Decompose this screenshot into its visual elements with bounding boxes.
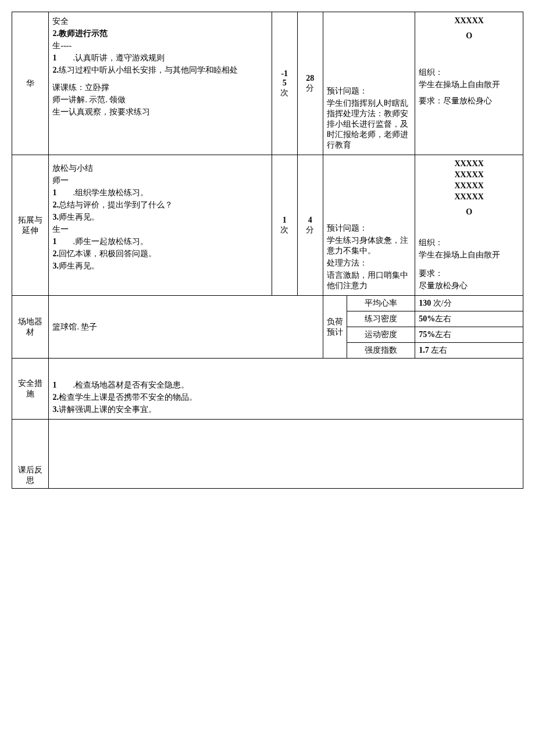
safety-content: 1 .检查场地器材是否有安全隐患。 2.检查学生上课是否携带不安全的物品。 3.… [49, 359, 523, 420]
text-line: 3.师生再见。 [52, 261, 268, 271]
minutes-value: 28 [301, 74, 319, 83]
text-line: 处理方法： [327, 258, 412, 268]
symbol-row: XXXXX [419, 181, 519, 191]
symbol-row: XXXXX [419, 16, 519, 26]
text-line: 预计问题： [327, 86, 412, 96]
text-line: 师一 [52, 175, 268, 186]
symbol-row: XXXXX [419, 192, 519, 202]
equipment-content: 篮球馆. 垫子 [49, 296, 323, 359]
section-label-safety: 安全措施 [12, 359, 49, 420]
organization-col: XXXXX XXXXX XXXXX XXXXX O 组织： 学生在操场上自由散开… [415, 155, 523, 296]
text-line: 学生在操场上自由散开 [419, 250, 519, 260]
text-line: 2.总结与评价，提出学到了什么？ [52, 200, 268, 210]
metric-label: 运动密度 [347, 327, 415, 343]
text-line: 师一讲解. 示范. 领做 [52, 95, 268, 105]
text-line: 要求： [419, 268, 519, 279]
metric-label: 平均心率 [347, 296, 415, 311]
minutes-col: 28 分 [297, 12, 323, 155]
text-line: 3.讲解强调上课的安全事宜。 [52, 404, 519, 415]
section-reflection: 课后反思 [12, 420, 523, 489]
section-safety: 安全措施 1 .检查场地器材是否有安全隐患。 2.检查学生上课是否携带不安全的物… [12, 359, 523, 420]
text-line: 学生们指挥别人时瞎乱指挥处理方法：教师安排小组长进行监督，及时汇报给老师，老师进… [327, 98, 412, 151]
section-hua: 华 安全 2.教师进行示范 生---- 1 .认真听讲，遵守游戏规则 2.练习过… [12, 12, 523, 155]
lesson-plan-table: 华 安全 2.教师进行示范 生---- 1 .认真听讲，遵守游戏规则 2.练习过… [12, 12, 523, 489]
text-line: 2.教师进行示范 [52, 28, 268, 39]
text-line: 生一 [52, 224, 268, 235]
minutes-col: 4 分 [297, 155, 323, 296]
text-line: 1 .检查场地器材是否有安全隐患。 [52, 380, 519, 390]
metric-value: 1.7 左右 [415, 343, 523, 359]
minutes-unit: 分 [301, 225, 319, 235]
section-content-extension: 放松与小结 师一 1 .组织学生放松练习。 2.总结与评价，提出学到了什么？ 3… [49, 155, 272, 296]
times-unit: 次 [276, 225, 294, 235]
metric-label: 强度指数 [347, 343, 415, 359]
section-content-hua: 安全 2.教师进行示范 生---- 1 .认真听讲，遵守游戏规则 2.练习过程中… [49, 12, 272, 155]
metric-label: 练习密度 [347, 311, 415, 327]
text-line: 生---- [52, 41, 268, 51]
text-line: 预计问题： [327, 223, 412, 234]
text-line: 3.师生再见。 [52, 212, 268, 223]
metrics-row-1: 场地器材 篮球馆. 垫子 负荷预计 平均心率 130 次/分 [12, 296, 523, 311]
text-line: 组织： [419, 238, 519, 248]
text-line: 语言激励，用口哨集中他们注意力 [327, 270, 412, 291]
reflection-content [49, 420, 523, 489]
text-line: 学生练习身体疲惫，注意力不集中。 [327, 235, 412, 256]
times-unit: 次 [276, 88, 294, 98]
section-extension: 拓展与延伸 放松与小结 师一 1 .组织学生放松练习。 2.总结与评价，提出学到… [12, 155, 523, 296]
minutes-value: 4 [301, 216, 319, 225]
text-line: 安全 [52, 16, 268, 27]
text-line: 1 .认真听讲，遵守游戏规则 [52, 53, 268, 63]
organization-col: XXXXX O 组织： 学生在操场上自由散开 要求：尽量放松身心 [415, 12, 523, 155]
metric-value: 130 次/分 [415, 296, 523, 311]
text-line: 2.回忆本课，积极回答问题。 [52, 249, 268, 259]
times-col: 1 次 [272, 155, 297, 296]
section-label-hua: 华 [12, 12, 49, 155]
problem-col: 预计问题： 学生练习身体疲惫，注意力不集中。 处理方法： 语言激励，用口哨集中他… [323, 155, 415, 296]
section-label-equipment: 场地器材 [12, 296, 49, 359]
symbol-row: O [419, 207, 519, 217]
section-label-extension: 拓展与延伸 [12, 155, 49, 296]
problem-col: 预计问题： 学生们指挥别人时瞎乱指挥处理方法：教师安排小组长进行监督，及时汇报给… [323, 12, 415, 155]
times-value: 1 [276, 216, 294, 225]
times-value: -1 [276, 69, 294, 78]
load-forecast-label: 负荷预计 [323, 296, 347, 359]
text-line: 2.练习过程中听从小组长安排，与其他同学和睦相处 [52, 65, 268, 76]
metric-value: 50%左右 [415, 311, 523, 327]
symbol-row: XXXXX [419, 170, 519, 180]
times-col: -1 5 次 [272, 12, 297, 155]
text-line: 1 .师生一起放松练习。 [52, 237, 268, 247]
text-line: 2.检查学生上课是否携带不安全的物品。 [52, 392, 519, 403]
text-line: 学生在操场上自由散开 [419, 80, 519, 90]
symbol-row: XXXXX [419, 159, 519, 169]
metric-value: 75%左右 [415, 327, 523, 343]
section-label-reflection: 课后反思 [12, 420, 49, 489]
text-line: 尽量放松身心 [419, 281, 519, 291]
minutes-unit: 分 [301, 83, 319, 94]
text-line: 放松与小结 [52, 163, 268, 174]
times-value: 5 [276, 78, 294, 88]
text-line: 生一认真观察，按要求练习 [52, 107, 268, 117]
text-line: 1 .组织学生放松练习。 [52, 188, 268, 198]
text-line: 要求：尽量放松身心 [419, 96, 519, 106]
text-line: 课课练：立卧撑 [52, 83, 268, 93]
text-line: 组织： [419, 67, 519, 78]
symbol-row: O [419, 31, 519, 41]
